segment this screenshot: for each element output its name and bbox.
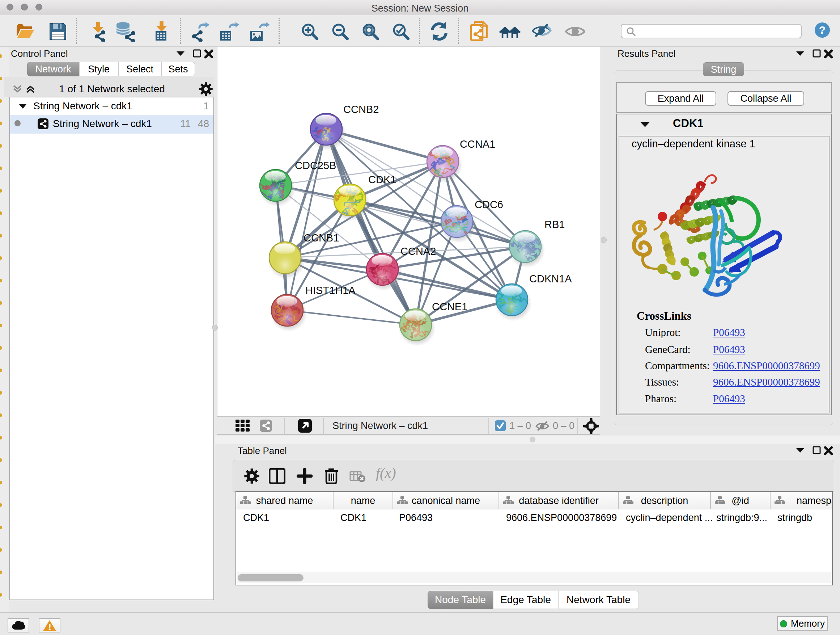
svg-text:CCNA2: CCNA2 (401, 245, 436, 257)
svg-text:CDKN1A: CDKN1A (529, 273, 572, 285)
svg-text:RB1: RB1 (545, 219, 565, 230)
svg-text:HIST1H1A: HIST1H1A (305, 285, 355, 296)
svg-text:CCNB1: CCNB1 (303, 232, 339, 244)
svg-text:CDC25B: CDC25B (295, 160, 336, 171)
svg-text:CCNB2: CCNB2 (343, 103, 379, 115)
svg-text:CCNE1: CCNE1 (432, 301, 467, 312)
svg-text:CDC6: CDC6 (475, 199, 503, 211)
svg-text:CDK1: CDK1 (368, 174, 396, 185)
svg-text:CCNA1: CCNA1 (460, 138, 495, 150)
